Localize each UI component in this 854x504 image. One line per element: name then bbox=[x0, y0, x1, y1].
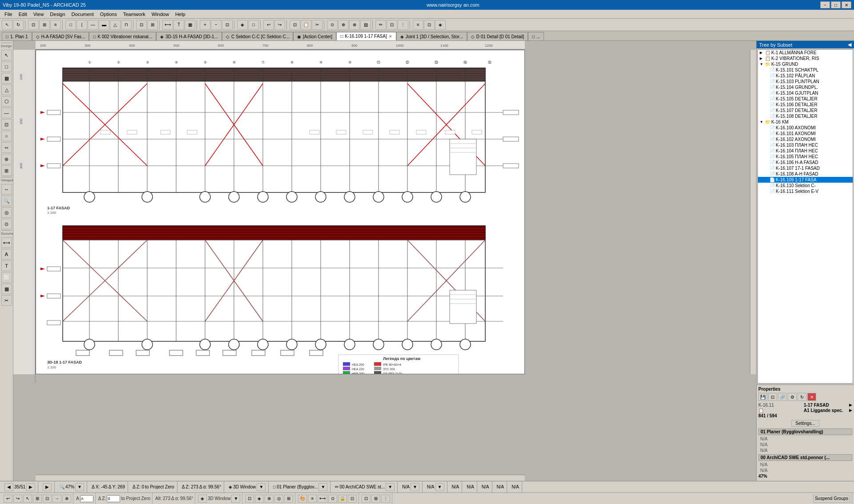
bb-arrow[interactable]: → bbox=[52, 495, 61, 503]
close-button[interactable]: ✕ bbox=[842, 1, 851, 8]
bb-snap-btn[interactable]: ⊙ bbox=[328, 495, 337, 503]
toolbar-zoom-out[interactable]: − bbox=[211, 20, 222, 30]
bb-group[interactable]: ⊞ bbox=[33, 495, 42, 503]
tool-obj[interactable]: ⊛ bbox=[1, 154, 12, 164]
tree-item-k15[interactable]: ▼ 📁 K-15 GRUND bbox=[758, 61, 853, 67]
tree-item-k16102[interactable]: 📄 K-16.102 AXONOMI bbox=[758, 136, 853, 142]
bb-dim-btn[interactable]: ⟷ bbox=[318, 495, 327, 503]
toolbar-redo[interactable]: ↪ bbox=[274, 20, 285, 30]
bb-select[interactable]: ↖ bbox=[23, 495, 32, 503]
toolbar-paste[interactable]: 📋 bbox=[301, 20, 311, 30]
bb-input-z-field[interactable] bbox=[107, 495, 120, 502]
tool-orbit[interactable]: ◎ bbox=[1, 207, 12, 218]
toolbar-zoom-in[interactable]: + bbox=[200, 20, 210, 30]
prop-btn-link[interactable]: 🔗 bbox=[778, 393, 787, 401]
toolbar-undo[interactable]: ↩ bbox=[263, 20, 274, 30]
prop-linked-arrow[interactable]: ▶ bbox=[849, 408, 852, 413]
tool-text[interactable]: A bbox=[1, 249, 12, 260]
sb-archicad-btn[interactable]: ▼ bbox=[386, 483, 395, 491]
sb-na1-btn[interactable]: ▼ bbox=[411, 483, 419, 491]
toolbar-layer2[interactable]: ⊡ bbox=[387, 20, 397, 30]
tree-item-k15104a[interactable]: 📄 K-15.104 GRUNDPL. bbox=[758, 84, 853, 90]
scrollbar-vertical[interactable] bbox=[750, 50, 756, 374]
bb-3d-icon[interactable]: ◈ bbox=[198, 495, 207, 503]
prop-btn-refresh[interactable]: ↻ bbox=[798, 393, 806, 401]
toolbar-column[interactable]: | bbox=[77, 20, 87, 30]
bb-mode1[interactable]: ⊡ bbox=[245, 495, 254, 503]
menu-help[interactable]: Help bbox=[173, 11, 188, 17]
bb-struct-btn[interactable]: ⊡ bbox=[348, 495, 357, 503]
suspend-groups-button[interactable]: Suspend Groups bbox=[813, 495, 850, 503]
tab-action-center[interactable]: ◉ [Action Center] bbox=[293, 32, 336, 40]
toolbar-more4[interactable]: ◈ bbox=[435, 20, 446, 30]
tree-item-k15102[interactable]: 📄 K-15.102 PÅLPLAN bbox=[758, 73, 853, 79]
toolbar-more1[interactable]: ⋮ bbox=[398, 20, 408, 30]
tool-hatch[interactable]: ▦ bbox=[1, 73, 12, 84]
sb-window-btn[interactable]: ▼ bbox=[257, 483, 266, 491]
panel-collapse-icon[interactable]: ◀ bbox=[848, 42, 851, 48]
tab-k002[interactable]: □ K 002 Vibrationer riskanal... bbox=[89, 32, 156, 40]
tree-view[interactable]: ▶ 📋 K-1 ALLMÄNNA FORE ▶ 📋 K-2 VIBRATIONE… bbox=[757, 49, 853, 384]
bb-input-a-field[interactable] bbox=[80, 495, 93, 502]
tree-item-k16104[interactable]: 📄 K-16.104 ПЛАН НЕС bbox=[758, 148, 853, 154]
bb-view-c2[interactable]: ⊞ bbox=[371, 495, 380, 503]
bb-lock-btn[interactable]: 🔒 bbox=[338, 495, 347, 503]
settings-button[interactable]: Settings... bbox=[791, 420, 819, 427]
tree-item-k15105[interactable]: 📄 K-15.105 DETALJER bbox=[758, 96, 853, 102]
bb-ungroup[interactable]: ⊡ bbox=[43, 495, 52, 503]
tree-item-k16111[interactable]: 📄 K-16.111 Sektion E-V bbox=[758, 188, 853, 194]
expand-k16[interactable]: ▼ bbox=[760, 120, 764, 124]
expand-k1[interactable]: ▶ bbox=[760, 51, 764, 55]
sb-zoom-btn[interactable]: ▼ bbox=[75, 483, 84, 491]
minimize-button[interactable]: − bbox=[820, 1, 830, 8]
bb-mode3[interactable]: ⊕ bbox=[265, 495, 274, 503]
toolbar-ext4[interactable]: ▧ bbox=[360, 20, 371, 30]
toolbar-ext2[interactable]: ⊕ bbox=[338, 20, 349, 30]
tab-3d15[interactable]: ◈ 3D-15 H-A FASAD [3D-1... bbox=[156, 32, 222, 40]
tree-item-k15107[interactable]: 📄 K-15.107 DETALJER bbox=[758, 108, 853, 113]
tool-hex[interactable]: ⬡ bbox=[1, 96, 12, 107]
scrollbar-horizontal[interactable] bbox=[36, 475, 525, 481]
toolbar-ext3[interactable]: ⊗ bbox=[349, 20, 360, 30]
tree-item-k15101[interactable]: 📄 K-15.101 SCHAKTPL bbox=[758, 67, 853, 73]
prop-btn-save[interactable]: 💾 bbox=[758, 393, 767, 401]
tab-ha-fasad[interactable]: ◇ H-A FASAD [SV Fas... bbox=[32, 32, 89, 40]
bb-mode5[interactable]: ⊞ bbox=[284, 495, 293, 503]
tree-item-k15108[interactable]: 📄 K-15.108 DETALJER bbox=[758, 113, 853, 119]
tree-item-k16106[interactable]: 📄 K-16.106 H-A FASAD bbox=[758, 160, 853, 165]
tool-wall[interactable]: □ bbox=[1, 61, 12, 72]
sb-planer-btn[interactable]: ▼ bbox=[318, 483, 327, 491]
tool-fill[interactable]: ⬜ bbox=[1, 272, 12, 283]
tab-sektion[interactable]: ◇ C Sektion C-C [C Sektion C... bbox=[222, 32, 293, 40]
toolbar-ext1[interactable]: ⊙ bbox=[327, 20, 338, 30]
toolbar-text[interactable]: T bbox=[173, 20, 184, 30]
toolbar-penset[interactable]: ✏ bbox=[375, 20, 386, 30]
toolbar-window[interactable]: ⊞ bbox=[147, 20, 158, 30]
menu-design[interactable]: Design bbox=[47, 11, 68, 17]
drawing-area[interactable]: 200 300 400 500 600 700 800 900 1000 110… bbox=[13, 41, 756, 481]
tree-item-k16108[interactable]: 📄 K-16.108 A-H FASAD bbox=[758, 171, 853, 177]
bb-mode2[interactable]: ◈ bbox=[255, 495, 264, 503]
tree-item-k16100[interactable]: 📄 K-16.100 AXONOMI bbox=[758, 125, 853, 131]
bb-layer-btn[interactable]: ≡ bbox=[308, 495, 317, 503]
tree-item-k16105[interactable]: 📄 K-16.105 ПЛАН НЕС bbox=[758, 154, 853, 160]
tool-zoom[interactable]: 🔍 bbox=[1, 196, 12, 206]
bb-view-btn[interactable]: ▼ bbox=[231, 495, 240, 503]
toolbar-snap[interactable]: ⊡ bbox=[28, 20, 39, 30]
tool-pan[interactable]: ↔ bbox=[1, 184, 12, 195]
prop-btn-close[interactable]: ✕ bbox=[807, 393, 816, 401]
prop-arrow[interactable]: ▶ bbox=[849, 403, 852, 408]
toolbar-door[interactable]: ⊡ bbox=[136, 20, 147, 30]
tool-dim[interactable]: ⟷ bbox=[1, 237, 12, 248]
expand-k2[interactable]: ▶ bbox=[760, 56, 764, 60]
tab-k16109[interactable]: □ K-16.109 1-17 FASA] ✕ bbox=[336, 32, 396, 40]
prop-btn-copy[interactable]: ⊡ bbox=[768, 393, 777, 401]
sb-next[interactable]: ▶ bbox=[26, 483, 35, 491]
toolbar-fill[interactable]: ▦ bbox=[185, 20, 195, 30]
toolbar-cut[interactable]: ✂ bbox=[312, 20, 322, 30]
tab-plan1[interactable]: □ 1. Plan 1 bbox=[2, 32, 32, 40]
bb-undo[interactable]: ↩ bbox=[4, 495, 12, 503]
prop-btn-settings[interactable]: ⚙ bbox=[788, 393, 797, 401]
tool-cut[interactable]: ✂ bbox=[1, 295, 12, 306]
menu-options[interactable]: Options bbox=[97, 11, 120, 17]
